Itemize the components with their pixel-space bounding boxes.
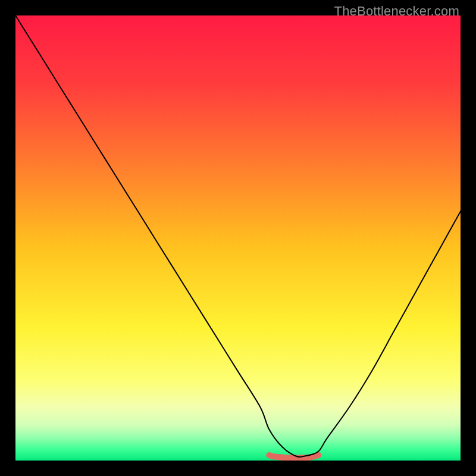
bottleneck-curve (15, 15, 461, 461)
chart-frame: TheBottlenecker.com (0, 0, 476, 476)
curve-line (15, 15, 461, 457)
plot-area (15, 15, 461, 461)
watermark-text: TheBottlenecker.com (334, 4, 459, 19)
